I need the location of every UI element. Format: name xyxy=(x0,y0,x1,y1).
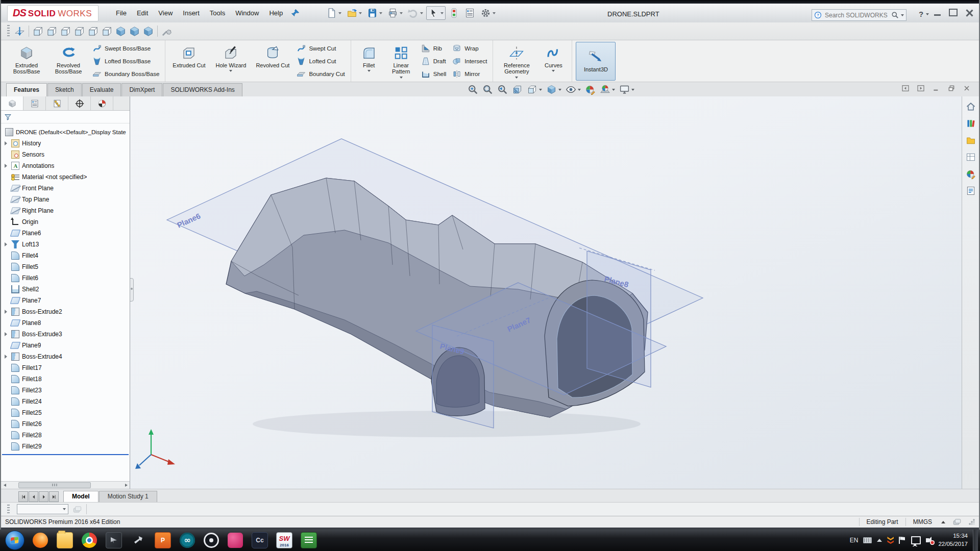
headsup-button[interactable] xyxy=(565,84,582,95)
command-tab[interactable]: DimXpert xyxy=(121,83,162,96)
expand-arrow-icon[interactable] xyxy=(3,354,9,360)
menu-item[interactable]: View xyxy=(153,7,178,19)
quickbar-button[interactable] xyxy=(324,6,344,20)
swept-cut-button[interactable]: Swept Cut xyxy=(295,43,347,54)
tree-item[interactable]: Origin xyxy=(1,216,130,228)
tree-item[interactable]: Fillet26 xyxy=(1,418,130,430)
expand-arrow-icon[interactable] xyxy=(3,163,9,169)
view-button[interactable] xyxy=(114,24,128,38)
linear-pattern-dropdown-icon[interactable] xyxy=(400,77,403,79)
view-button[interactable] xyxy=(86,24,100,38)
tree-item[interactable]: Boss-Extrude2 xyxy=(1,306,130,317)
instant3d-button[interactable]: Instant3D xyxy=(576,42,616,81)
headsup-button[interactable] xyxy=(511,84,524,95)
headsup-button[interactable] xyxy=(584,84,597,95)
taskbar-app-icon[interactable] xyxy=(301,532,317,548)
taskbar-app-icon[interactable] xyxy=(228,533,243,548)
tray-icon[interactable] xyxy=(887,537,894,544)
tree-item[interactable]: Fillet24 xyxy=(1,396,130,407)
menu-item[interactable]: Help xyxy=(264,7,288,19)
doc-control-button[interactable] xyxy=(917,84,925,92)
rib-button[interactable]: Rib xyxy=(419,43,449,54)
tree-item[interactable]: Fillet23 xyxy=(1,385,130,396)
quickbar-button[interactable] xyxy=(365,6,384,20)
doc-control-button[interactable] xyxy=(901,84,910,92)
search-box[interactable] xyxy=(812,9,906,21)
units-selector[interactable]: MMGS xyxy=(913,518,945,525)
hole-wizard-button[interactable]: Hole Wizard xyxy=(211,42,251,81)
panel-tab[interactable] xyxy=(23,96,46,110)
pin-menubar-icon[interactable] xyxy=(291,9,300,17)
tree-item[interactable]: Fillet18 xyxy=(1,373,130,385)
plane8-geometry[interactable] xyxy=(587,251,651,387)
tree-item[interactable]: Plane9 xyxy=(1,340,130,351)
tree-item[interactable]: Boss-Extrude4 xyxy=(1,351,130,362)
tree-item[interactable]: History xyxy=(1,138,130,149)
curves-dropdown-icon[interactable] xyxy=(552,70,555,72)
mirror-button[interactable]: Mirror xyxy=(450,68,489,80)
quickbar-button[interactable] xyxy=(345,6,364,20)
fillet-button[interactable]: Fillet xyxy=(355,42,383,81)
scrollbar-thumb[interactable] xyxy=(18,482,91,488)
doc-control-button[interactable] xyxy=(947,84,955,92)
lofted-cut-button[interactable]: Lofted Cut xyxy=(295,56,347,67)
taskbar-app-icon[interactable] xyxy=(204,533,219,548)
shell-button[interactable]: Shell xyxy=(419,68,449,80)
command-tab[interactable]: Evaluate xyxy=(82,83,121,96)
task-pane-tab[interactable] xyxy=(964,117,977,130)
panel-tab[interactable] xyxy=(46,96,68,110)
tree-item[interactable]: Fillet25 xyxy=(1,407,130,418)
command-tab[interactable]: Sketch xyxy=(47,83,82,96)
show-desktop-button[interactable] xyxy=(973,530,978,551)
scroll-right-icon[interactable] xyxy=(122,482,130,488)
tree-item[interactable]: Sensors xyxy=(1,149,130,160)
tray-icon[interactable] xyxy=(911,536,921,544)
linear-pattern-button[interactable]: Linear Pattern xyxy=(385,42,417,81)
tree-item[interactable]: Fillet17 xyxy=(1,362,130,373)
graphics-viewport[interactable]: Plane6 Plane7 Plane8 Plane9 xyxy=(130,96,962,489)
expand-arrow-icon[interactable] xyxy=(3,141,9,146)
help-menu[interactable]: ? xyxy=(919,10,929,18)
tree-item[interactable]: Plane8 xyxy=(1,317,130,329)
taskbar-app-icon[interactable] xyxy=(155,532,171,548)
plane9-geometry[interactable] xyxy=(432,325,494,428)
reference-geometry-button[interactable]: Reference Geometry xyxy=(497,42,536,81)
tab-scroll-button[interactable] xyxy=(49,491,59,502)
swept-boss-button[interactable]: Swept Boss/Base xyxy=(90,43,161,54)
taskbar-app-icon[interactable] xyxy=(82,533,97,548)
taskbar-app-icon[interactable] xyxy=(106,532,122,548)
view-button[interactable] xyxy=(128,24,141,38)
taskbar-app-icon[interactable] xyxy=(180,533,195,548)
view-button[interactable] xyxy=(27,24,31,38)
taskbar-app-icon[interactable] xyxy=(33,533,48,548)
headsup-button[interactable] xyxy=(599,84,616,95)
boundary-boss-button[interactable]: Boundary Boss/Base xyxy=(90,68,161,80)
curves-button[interactable]: Curves xyxy=(538,42,568,81)
view-button[interactable] xyxy=(100,24,114,38)
panel-tab[interactable] xyxy=(1,96,23,110)
taskbar-app-icon[interactable] xyxy=(252,532,268,548)
menu-item[interactable]: Tools xyxy=(205,7,230,19)
tree-item[interactable]: Plane7 xyxy=(1,295,130,306)
view-button[interactable] xyxy=(31,24,45,38)
lofted-boss-button[interactable]: Lofted Boss/Base xyxy=(90,56,161,67)
wrap-button[interactable]: Wrap xyxy=(450,43,489,54)
headsup-button[interactable] xyxy=(496,84,509,95)
tray-icon[interactable] xyxy=(863,537,872,543)
panel-tab[interactable] xyxy=(91,96,113,110)
close-button[interactable] xyxy=(966,9,973,16)
reference-geometry-dropdown-icon[interactable] xyxy=(515,77,518,79)
filter-funnel-icon[interactable] xyxy=(4,113,12,121)
view-button[interactable] xyxy=(160,24,174,38)
headsup-button[interactable] xyxy=(618,84,635,95)
tray-icon[interactable] xyxy=(926,538,933,542)
taskbar-app-icon[interactable] xyxy=(131,533,146,548)
macro-drag-handle[interactable] xyxy=(7,505,10,514)
revolved-cut-button[interactable]: Revolved Cut xyxy=(253,42,292,81)
filter-input[interactable] xyxy=(15,113,126,121)
search-icon[interactable] xyxy=(891,11,899,19)
tree-item[interactable]: Plane6 xyxy=(1,228,130,239)
tray-icon[interactable] xyxy=(899,537,906,544)
quickbar-button[interactable] xyxy=(406,6,425,20)
tree-item[interactable]: Material <not specified> xyxy=(1,171,130,183)
